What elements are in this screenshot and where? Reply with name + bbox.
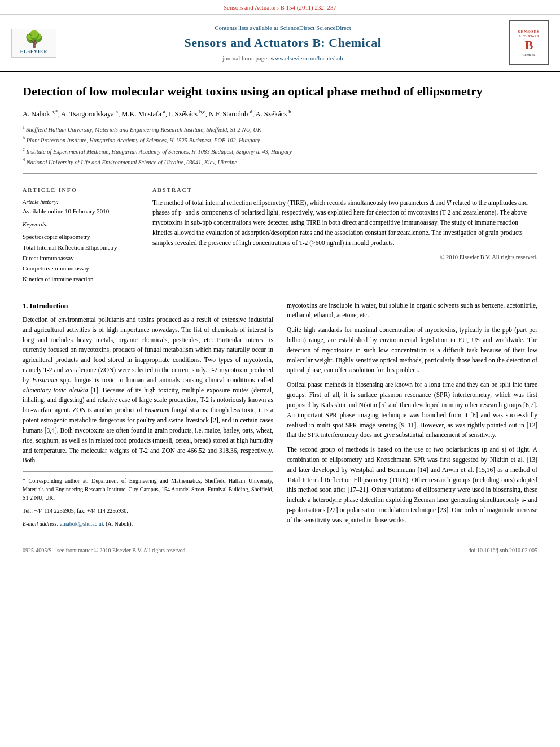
bottom-doi: doi:10.1016/j.snb.2010.02.005 (468, 547, 537, 554)
right-para-3: Optical phase methods in biosensing are … (287, 380, 537, 440)
section1-title: 1. Introduction (23, 301, 273, 312)
right-para-2: Quite high standards for maximal concent… (287, 325, 537, 375)
affiliation-c: c Institute of Experimental Medicine, Hu… (23, 146, 537, 156)
affiliation-b: b Plant Protection Institute, Hungarian … (23, 135, 537, 145)
sensors-b-label: B (525, 39, 533, 51)
body-left-col: 1. Introduction Detection of environment… (23, 301, 273, 533)
keywords-label: Keywords: (23, 220, 135, 229)
bottom-bar: 0925-4005/$ – see front matter © 2010 El… (23, 543, 537, 554)
journal-center: Contents lists available at ScienceDirec… (65, 24, 501, 63)
elsevier-label: ELSEVIER (20, 49, 47, 55)
footnote-star: * Corresponding author at: Department of… (23, 477, 273, 502)
article-content: Detection of low molecular weight toxins… (0, 72, 560, 566)
right-para-1: mycotoxins are insoluble in water, but s… (287, 301, 537, 321)
page: Sensors and Actuators B 154 (2011) 232–2… (0, 0, 560, 747)
homepage-label: journal homepage: (222, 55, 269, 62)
footnote-tel: Tel.: +44 114 2256905; fax: +44 114 2256… (23, 506, 273, 515)
keyword-3: Direct immunoassay (23, 253, 135, 264)
keywords-list: Spectroscopic ellipsometry Total Interna… (23, 231, 135, 284)
keyword-2: Total Internal Reflection Ellipsometry (23, 242, 135, 253)
copyright-line: © 2010 Elsevier B.V. All rights reserved… (152, 253, 537, 262)
affiliation-a: a Sheffield Hallam University, Materials… (23, 124, 537, 134)
keyword-5: Kinetics of immune reaction (23, 274, 135, 285)
body-right-col: mycotoxins are insoluble in water, but s… (287, 301, 537, 533)
article-title: Detection of low molecular weight toxins… (23, 84, 537, 100)
article-info-panel: ARTICLE INFO Article history: Available … (23, 186, 135, 284)
body-columns: 1. Introduction Detection of environment… (23, 295, 537, 533)
citation-text: Sensors and Actuators B 154 (2011) 232–2… (224, 4, 336, 11)
info-abstract-row: ARTICLE INFO Article history: Available … (23, 180, 537, 284)
sensors-label: SENSORS (518, 29, 540, 34)
abstract-heading: ABSTRACT (152, 186, 537, 195)
affiliations: a Sheffield Hallam University, Materials… (23, 124, 537, 174)
footnote-area: * Corresponding author at: Department of… (23, 471, 273, 528)
top-citation-bar: Sensors and Actuators B 154 (2011) 232–2… (0, 0, 560, 15)
available-online: Available online 10 February 2010 (23, 207, 135, 216)
sciencedirect-text: Contents lists available at ScienceDirec… (65, 24, 501, 32)
bottom-copyright: 0925-4005/$ – see front matter © 2010 El… (23, 547, 187, 554)
intro-para-1: Detection of environmental pollutants an… (23, 315, 273, 466)
abstract-text: The method of total internal reflection … (152, 198, 537, 248)
journal-header: 🌳 ELSEVIER Contents lists available at S… (0, 15, 560, 72)
elsevier-tree-icon: 🌳 (24, 32, 44, 47)
article-info-heading: ARTICLE INFO (23, 186, 135, 194)
right-para-4: The second group of methods is based on … (287, 445, 537, 526)
affiliation-d: d National University of Life and Enviro… (23, 157, 537, 167)
sensors-actuators-logo: SENSORS AcTuAToRS B Chemical (509, 20, 549, 65)
email-link[interactable]: a.nabok@shu.ac.uk (60, 521, 104, 527)
abstract-panel: ABSTRACT The method of total internal re… (152, 186, 537, 284)
authors-line: A. Nabok a,*, A. Tsargorodskaya a, M.K. … (23, 108, 537, 120)
footnote-star-symbol: * (23, 478, 29, 484)
keyword-1: Spectroscopic ellipsometry (23, 231, 135, 242)
homepage-url[interactable]: www.elsevier.com/locate/snb (270, 55, 343, 62)
elsevier-logo: 🌳 ELSEVIER (11, 29, 56, 58)
footnote-email: E-mail address: a.nabok@shu.ac.uk (A. Na… (23, 519, 273, 528)
sciencedirect-label: Contents lists available at ScienceDirec… (215, 24, 314, 31)
journal-homepage: journal homepage: www.elsevier.com/locat… (65, 54, 501, 63)
sensors-chemical-label: Chemical (523, 53, 536, 57)
sciencedirect-link[interactable]: ScienceDirect (316, 24, 351, 31)
keyword-4: Competitive immunoassay (23, 263, 135, 274)
article-history-label: Article history: (23, 198, 135, 207)
journal-title: Sensors and Actuators B: Chemical (65, 34, 501, 52)
